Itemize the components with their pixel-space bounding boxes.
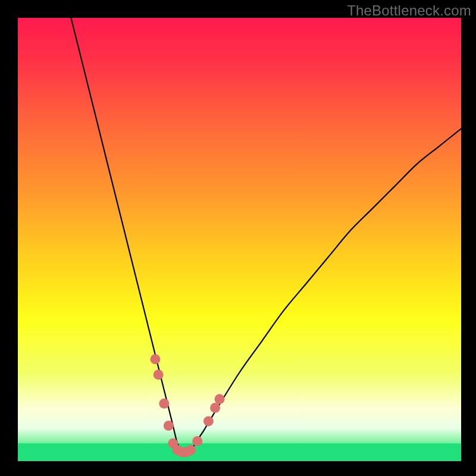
chart-plot-area (18, 18, 461, 461)
optimal-band (18, 443, 461, 461)
curve-marker (186, 445, 196, 455)
curve-marker (150, 354, 160, 364)
gradient-background (18, 18, 461, 461)
optimal-band-layer (18, 443, 461, 461)
curve-marker (214, 394, 224, 404)
curve-marker (154, 369, 164, 380)
chart-svg (18, 18, 461, 461)
curve-marker (210, 403, 220, 413)
watermark-text: TheBottleneck.com (347, 2, 471, 19)
outer-frame: TheBottleneck.com (0, 0, 476, 476)
curve-marker (159, 399, 169, 409)
curve-marker (203, 416, 214, 426)
curve-marker (192, 436, 202, 446)
curve-marker (164, 421, 174, 431)
